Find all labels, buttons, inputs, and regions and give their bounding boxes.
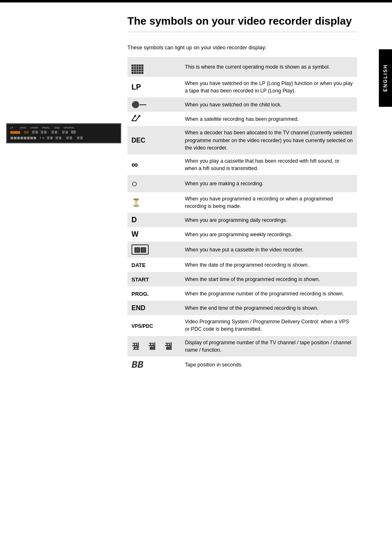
main-content: The symbols on your video recorder displ… xyxy=(0,2,378,386)
symbol-cell: END xyxy=(127,301,181,315)
description-cell: When the start time of the programmed re… xyxy=(181,272,357,286)
description-cell: When a satellite recording has been prog… xyxy=(181,112,357,126)
description-cell: Video Programming System / Programme Del… xyxy=(181,315,357,336)
symbol-cell: VPS/PDC xyxy=(127,315,181,336)
subtitle: These symbols can light up on your video… xyxy=(127,44,357,51)
description-cell: When the programme number of the program… xyxy=(181,286,357,301)
language-label: ENGLISH xyxy=(383,64,388,92)
table-row: ВВTape position in seconds. xyxy=(127,357,357,373)
table-row: ⌰When a satellite recording has been pro… xyxy=(127,112,357,126)
symbol-cell: ⚫— xyxy=(127,97,181,112)
description-cell: When the end time of the programmed reco… xyxy=(181,301,357,315)
description-cell: When a decoder has been allocated to the… xyxy=(181,126,357,154)
table-row: PROG.When the programme number of the pr… xyxy=(127,286,357,301)
symbol-cell: LP xyxy=(127,77,181,97)
description-cell: When you have put a cassette in the vide… xyxy=(181,242,357,258)
description-cell: When the date of the programmed recordin… xyxy=(181,258,357,272)
table-row: LPWhen you have switched on the LP (Long… xyxy=(127,77,357,97)
description-cell: When you are making a recording. xyxy=(181,175,357,192)
page-title: The symbols on your video recorder displ… xyxy=(127,15,357,32)
table-row: ∞When you play a cassette that has been … xyxy=(127,154,357,175)
table-row: DATEWhen the date of the programmed reco… xyxy=(127,258,357,272)
table-row: This is where the current operating mode… xyxy=(127,57,357,77)
symbol-cell: DATE xyxy=(127,258,181,272)
vcr-display-illustration: LP DATE START PROG. END VPS/PDC ▦▦▦▦ ⊙⊙ … xyxy=(6,123,121,143)
symbol-grid xyxy=(131,64,143,74)
table-row: ○When you are making a recording. xyxy=(127,175,357,192)
table-row: VPS/PDCVideo Programming System / Progra… xyxy=(127,315,357,336)
description-cell: When you play a cassette that has been r… xyxy=(181,154,357,175)
table-row: DECWhen a decoder has been allocated to … xyxy=(127,126,357,154)
description-cell: Display of programme number of the TV ch… xyxy=(181,336,357,357)
symbol-cell: PROG. xyxy=(127,286,181,301)
symbol-cell: DEC xyxy=(127,126,181,154)
description-cell: When you are programming weekly recordin… xyxy=(181,227,357,242)
symbol-cell: W xyxy=(127,227,181,242)
symbol-cell: ∞ xyxy=(127,154,181,175)
table-row: DWhen you are programming daily recordin… xyxy=(127,213,357,227)
symbol-cell: ○ xyxy=(127,175,181,192)
symbol-cell: START xyxy=(127,272,181,286)
description-cell: When you have switched on the child lock… xyxy=(181,97,357,112)
language-sidebar: ENGLISH xyxy=(379,49,392,107)
description-cell: When you have programmed a recording or … xyxy=(181,192,357,213)
table-row: WWhen you are programming weekly recordi… xyxy=(127,227,357,242)
table-row: ▤▤When you have put a cassette in the vi… xyxy=(127,242,357,258)
symbols-table: This is where the current operating mode… xyxy=(127,57,357,373)
symbol-cell: ⏳ xyxy=(127,192,181,213)
table-row: ⚫—When you have switched on the child lo… xyxy=(127,97,357,112)
table-row: ⏳When you have programmed a recording or… xyxy=(127,192,357,213)
symbol-cell: ⌰ xyxy=(127,112,181,126)
description-cell: When you have switched on the LP (Long P… xyxy=(181,77,357,97)
description-cell: Tape position in seconds. xyxy=(181,357,357,373)
table-row: 꿮 꿭 꿭Display of programme number of the … xyxy=(127,336,357,357)
symbol-cell: D xyxy=(127,213,181,227)
table-row: ENDWhen the end time of the programmed r… xyxy=(127,301,357,315)
description-cell: This is where the current operating mode… xyxy=(181,57,357,77)
symbol-cell: 꿮 꿭 꿭 xyxy=(127,336,181,357)
symbol-cell: ▤▤ xyxy=(127,242,181,258)
symbol-cell: ВВ xyxy=(127,357,181,373)
table-row: STARTWhen the start time of the programm… xyxy=(127,272,357,286)
description-cell: When you are programming daily recording… xyxy=(181,213,357,227)
symbol-cell xyxy=(127,57,181,77)
